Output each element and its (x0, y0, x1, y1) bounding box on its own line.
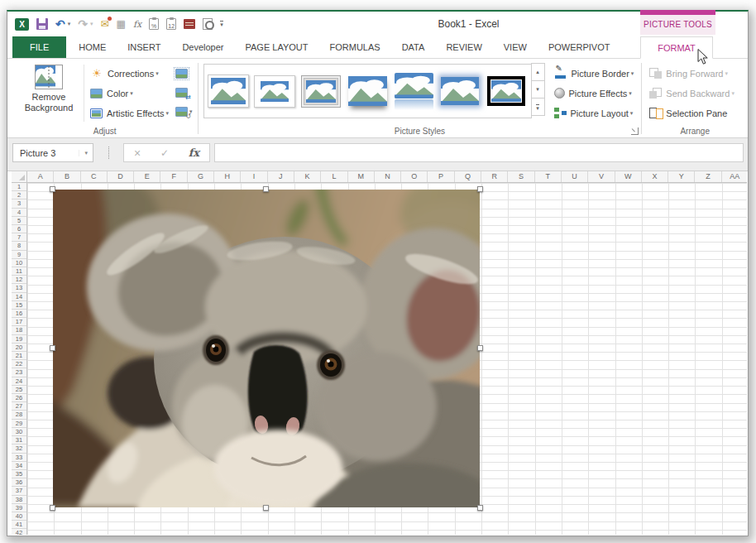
column-header-O[interactable]: O (401, 171, 428, 182)
selection-handle-tl[interactable] (50, 186, 55, 192)
column-header-U[interactable]: U (562, 171, 588, 182)
row-header-31[interactable]: 31 (12, 436, 26, 444)
column-header-C[interactable]: C (81, 171, 108, 182)
row-header-5[interactable]: 5 (12, 217, 26, 225)
row-header-1[interactable]: 1 (12, 183, 26, 191)
row-header-13[interactable]: 13 (12, 284, 26, 292)
column-header-Z[interactable]: Z (695, 171, 721, 182)
compress-pictures-button[interactable] (175, 65, 193, 82)
selection-handle-ml[interactable] (50, 345, 55, 351)
paste-percent-button[interactable]: % (148, 15, 160, 33)
picture-styles-dialog-launcher[interactable] (631, 127, 639, 135)
column-header-N[interactable]: N (375, 171, 401, 182)
corrections-button[interactable]: ☀Corrections▾ (88, 64, 171, 83)
column-header-A[interactable]: A (27, 171, 54, 182)
column-header-H[interactable]: H (214, 171, 241, 182)
row-header-29[interactable]: 29 (12, 420, 26, 428)
row-header-37[interactable]: 37 (12, 487, 26, 495)
tab-review[interactable]: REVIEW (435, 36, 492, 58)
picture-border-button[interactable]: Picture Border▾ (552, 64, 637, 83)
tab-powerpivot[interactable]: POWERPIVOT (538, 36, 621, 58)
picture-style-reflected-rounded-rectangle[interactable] (392, 65, 436, 117)
selected-picture[interactable] (53, 190, 480, 507)
row-header-24[interactable]: 24 (12, 377, 26, 386)
column-header-AA[interactable]: AA (722, 171, 747, 182)
row-header-41[interactable]: 41 (12, 521, 26, 529)
insert-function-button[interactable]: fx (189, 147, 199, 159)
column-header-G[interactable]: G (188, 171, 214, 182)
row-header-22[interactable]: 22 (12, 360, 26, 368)
redo-button[interactable]: ↷▾ (77, 15, 93, 33)
column-header-D[interactable]: D (108, 171, 134, 182)
picture-style-soft-edge-rectangle[interactable] (438, 65, 482, 117)
row-header-40[interactable]: 40 (12, 512, 26, 521)
picture-style-simple-frame-white[interactable] (207, 65, 251, 117)
row-header-2[interactable]: 2 (12, 191, 26, 199)
row-header-20[interactable]: 20 (12, 344, 26, 352)
send-backward-button[interactable]: Send Backward▾ (647, 84, 737, 103)
name-box[interactable]: Picture 3 ▾ (12, 143, 93, 162)
color-button[interactable]: Color▾ (88, 84, 171, 103)
tab-data[interactable]: DATA (391, 36, 436, 58)
row-header-42[interactable]: 42 (12, 529, 26, 535)
column-header-P[interactable]: P (428, 171, 454, 182)
bring-forward-button[interactable]: Bring Forward▾ (647, 64, 737, 83)
row-header-38[interactable]: 38 (12, 496, 26, 504)
tab-insert[interactable]: INSERT (117, 36, 171, 58)
selection-pane-button[interactable]: Selection Pane (647, 103, 737, 123)
row-header-36[interactable]: 36 (12, 478, 26, 487)
cancel-button[interactable]: × (134, 147, 141, 160)
column-header-M[interactable]: M (348, 171, 375, 182)
picture-style-drop-shadow-rectangle[interactable] (346, 65, 390, 117)
artistic-effects-button[interactable]: Artistic Effects▾ (88, 103, 171, 123)
column-header-J[interactable]: J (268, 171, 294, 182)
column-header-Q[interactable]: Q (455, 171, 481, 182)
selection-handle-bl[interactable] (50, 505, 55, 511)
column-header-X[interactable]: X (642, 171, 668, 182)
picture-layout-button[interactable]: Picture Layout▾ (552, 103, 637, 123)
row-header-30[interactable]: 30 (12, 428, 26, 436)
tab-page-layout[interactable]: PAGE LAYOUT (235, 36, 319, 58)
column-header-T[interactable]: T (535, 171, 562, 182)
column-header-Y[interactable]: Y (668, 171, 695, 182)
row-header-28[interactable]: 28 (12, 411, 26, 419)
row-header-17[interactable]: 17 (12, 318, 26, 326)
reset-picture-button[interactable]: ▾ (175, 103, 193, 120)
row-header-16[interactable]: 16 (12, 310, 26, 318)
row-header-18[interactable]: 18 (12, 326, 26, 334)
row-header-32[interactable]: 32 (12, 444, 26, 453)
row-header-9[interactable]: 9 (12, 251, 26, 259)
selection-handle-tr[interactable] (477, 186, 483, 192)
row-header-23[interactable]: 23 (12, 368, 26, 377)
save-button[interactable] (36, 15, 49, 33)
row-header-12[interactable]: 12 (12, 276, 26, 284)
remove-background-button[interactable]: Remove Background (17, 63, 80, 113)
insert-function-button[interactable]: fx (132, 15, 142, 33)
row-header-34[interactable]: 34 (12, 462, 26, 470)
row-header-25[interactable]: 25 (12, 386, 26, 394)
select-all-corner[interactable] (12, 171, 27, 183)
picture-style-moderate-frame-black[interactable] (485, 65, 529, 117)
name-box-dropdown-icon[interactable]: ▾ (79, 150, 93, 156)
excel-logo-button[interactable]: X (14, 15, 30, 33)
row-header-39[interactable]: 39 (12, 504, 26, 512)
row-header-27[interactable]: 27 (12, 402, 26, 411)
column-header-W[interactable]: W (615, 171, 642, 182)
row-header-6[interactable]: 6 (12, 225, 26, 233)
row-header-14[interactable]: 14 (12, 293, 26, 301)
email-button[interactable]: ✉ (100, 15, 110, 33)
undo-button[interactable]: ↶▾ (55, 15, 71, 33)
row-header-15[interactable]: 15 (12, 301, 26, 310)
paste-values-button[interactable]: 12 (165, 15, 177, 33)
column-header-E[interactable]: E (134, 171, 160, 182)
row-header-3[interactable]: 3 (12, 199, 26, 208)
row-header-7[interactable]: 7 (12, 233, 26, 242)
row-header-11[interactable]: 11 (12, 267, 26, 276)
tab-file[interactable]: FILE (12, 36, 66, 58)
row-header-33[interactable]: 33 (12, 454, 26, 462)
column-header-F[interactable]: F (160, 171, 187, 182)
picture-style-beveled-matte-white[interactable] (253, 65, 297, 117)
column-header-S[interactable]: S (508, 171, 534, 182)
tab-home[interactable]: HOME (68, 36, 117, 58)
row-header-19[interactable]: 19 (12, 335, 26, 344)
